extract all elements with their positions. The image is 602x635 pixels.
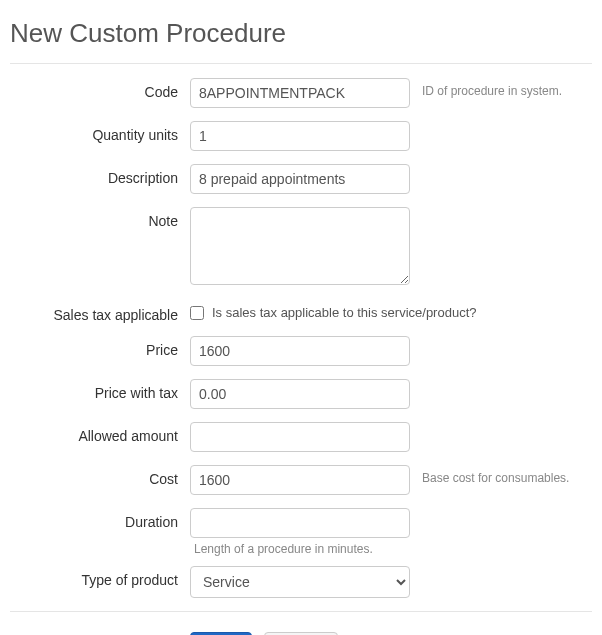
label-price-with-tax: Price with tax [10, 379, 190, 401]
allowed-amount-input[interactable] [190, 422, 410, 452]
label-duration: Duration [10, 508, 190, 530]
row-allowed-amount: Allowed amount [10, 422, 592, 452]
page-title: New Custom Procedure [10, 10, 592, 63]
cost-input[interactable] [190, 465, 410, 495]
row-duration: Duration Length of a procedure in minute… [10, 508, 592, 556]
label-cost: Cost [10, 465, 190, 487]
label-note: Note [10, 207, 190, 229]
label-description: Description [10, 164, 190, 186]
code-input[interactable] [190, 78, 410, 108]
help-duration: Length of a procedure in minutes. [190, 538, 410, 556]
quantity-units-input[interactable] [190, 121, 410, 151]
row-cost: Cost Base cost for consumables. [10, 465, 592, 495]
row-sales-tax: Sales tax applicable Is sales tax applic… [10, 301, 592, 323]
row-code: Code ID of procedure in system. [10, 78, 592, 108]
divider-bottom [10, 611, 592, 612]
row-description: Description [10, 164, 592, 194]
actions: Save Cancel [10, 618, 592, 635]
label-sales-tax: Sales tax applicable [10, 301, 190, 323]
type-of-product-select[interactable]: Service [190, 566, 410, 598]
row-price-with-tax: Price with tax [10, 379, 592, 409]
sales-tax-checkbox[interactable] [190, 306, 204, 320]
help-code: ID of procedure in system. [410, 78, 592, 98]
row-price: Price [10, 336, 592, 366]
procedure-form: Code ID of procedure in system. Quantity… [10, 64, 592, 598]
row-note: Note [10, 207, 592, 288]
sales-tax-checkbox-label: Is sales tax applicable to this service/… [212, 305, 476, 320]
label-type-of-product: Type of product [10, 566, 190, 588]
duration-input[interactable] [190, 508, 410, 538]
price-with-tax-input[interactable] [190, 379, 410, 409]
price-input[interactable] [190, 336, 410, 366]
row-quantity-units: Quantity units [10, 121, 592, 151]
label-price: Price [10, 336, 190, 358]
help-cost: Base cost for consumables. [410, 465, 592, 485]
note-textarea[interactable] [190, 207, 410, 285]
description-input[interactable] [190, 164, 410, 194]
row-type-of-product: Type of product Service [10, 566, 592, 598]
label-quantity-units: Quantity units [10, 121, 190, 143]
label-code: Code [10, 78, 190, 100]
label-allowed-amount: Allowed amount [10, 422, 190, 444]
